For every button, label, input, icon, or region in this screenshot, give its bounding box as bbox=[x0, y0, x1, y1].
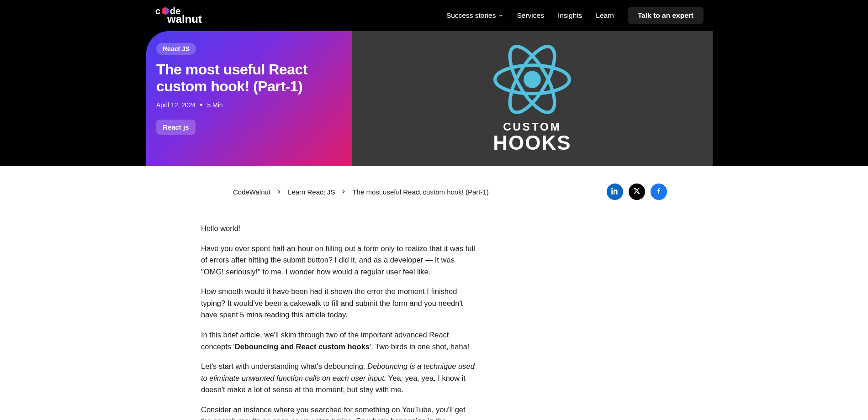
logo-text-part1: c bbox=[155, 6, 161, 16]
paragraph: Hello world! bbox=[201, 223, 475, 235]
nav-item-label: Learn bbox=[596, 11, 614, 20]
logo[interactable]: c de walnut bbox=[155, 6, 202, 25]
chevron-right-icon bbox=[340, 189, 347, 195]
react-logo-icon bbox=[493, 43, 571, 116]
svg-point-0 bbox=[525, 73, 539, 86]
nav-insights[interactable]: Insights bbox=[558, 11, 582, 20]
nav-item-label: Insights bbox=[558, 11, 582, 20]
bullet-icon bbox=[200, 104, 202, 106]
article-title: The most useful React custom hook! (Part… bbox=[156, 61, 338, 95]
breadcrumb-home[interactable]: CodeWalnut bbox=[233, 188, 270, 196]
article-date: April 12, 2024 bbox=[156, 101, 196, 109]
paragraph: In this brief article, we'll skim throug… bbox=[201, 329, 475, 352]
chevron-right-icon bbox=[276, 189, 282, 195]
facebook-icon bbox=[655, 187, 662, 196]
article-read-time: 5 Min bbox=[207, 101, 222, 109]
nav-services[interactable]: Services bbox=[517, 11, 544, 20]
x-icon bbox=[633, 187, 640, 196]
paragraph: Consider an instance where you searched … bbox=[201, 404, 475, 420]
nav-item-label: Services bbox=[517, 11, 544, 20]
nav-success-stories[interactable]: Success stories bbox=[446, 11, 503, 20]
hero-graphic-text-2: HOOKS bbox=[493, 131, 571, 154]
hero: React JS The most useful React custom ho… bbox=[146, 31, 713, 166]
logo-text-line2: walnut bbox=[167, 14, 202, 25]
cta-button[interactable]: Talk to an expert bbox=[628, 7, 704, 24]
logo-dot-icon bbox=[162, 7, 169, 15]
paragraph: How smooth would it have been had it sho… bbox=[201, 286, 475, 321]
category-pill: React JS bbox=[156, 43, 196, 55]
nav-item-label: Success stories bbox=[446, 11, 496, 20]
topic-tag[interactable]: React js bbox=[156, 120, 196, 135]
share-facebook-button[interactable] bbox=[651, 184, 667, 200]
article-body: Hello world! Have you ever spent half-an… bbox=[201, 223, 475, 420]
paragraph: Let's start with understanding what's de… bbox=[201, 361, 475, 396]
paragraph: Have you ever spent half-an-hour on fill… bbox=[201, 243, 475, 278]
breadcrumb-category[interactable]: Learn React JS bbox=[288, 188, 335, 196]
chevron-down-icon bbox=[498, 13, 503, 18]
share-x-button[interactable] bbox=[629, 184, 645, 200]
linkedin-icon bbox=[611, 187, 619, 196]
breadcrumb: CodeWalnut Learn React JS The most usefu… bbox=[233, 188, 489, 196]
breadcrumb-current: The most useful React custom hook! (Part… bbox=[352, 188, 488, 196]
share-linkedin-button[interactable] bbox=[607, 184, 623, 200]
nav-learn[interactable]: Learn bbox=[596, 11, 614, 20]
